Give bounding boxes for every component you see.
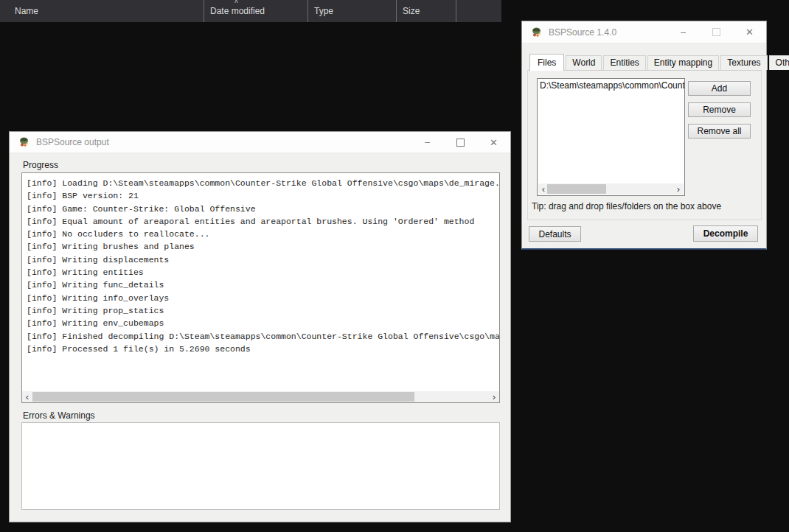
scroll-right-icon[interactable]: › <box>673 183 684 195</box>
output-window: BSPSource output – ✕ Progress [info] Loa… <box>9 131 511 522</box>
close-icon[interactable]: ✕ <box>733 21 766 43</box>
close-icon[interactable]: ✕ <box>477 132 510 153</box>
bspsource-app-icon <box>18 136 30 148</box>
explorer-column-header-cell[interactable]: Date modified <box>204 0 308 22</box>
decompile-button[interactable]: Decompile <box>693 225 758 242</box>
log-line: [info] Processed 1 file(s) in 5.2690 sec… <box>27 343 495 355</box>
explorer-column-header: NameDate modifiedTypeSize <box>0 0 501 22</box>
progress-label: Progress <box>23 160 58 170</box>
log-line: [info] Writing env_cubemaps <box>27 317 495 329</box>
scrollbar-thumb[interactable] <box>547 184 606 194</box>
file-list-item[interactable]: D:\Steam\steamapps\common\Counter-S <box>538 79 684 92</box>
drag-drop-tip-text: Tip: drag and drop files/folders on the … <box>532 201 721 211</box>
bspsource-app-icon <box>531 27 543 38</box>
remove-button[interactable]: Remove <box>688 102 751 117</box>
maximize-icon[interactable] <box>444 132 477 153</box>
errors-warnings-area[interactable] <box>21 422 500 510</box>
log-line: [info] Writing prop_statics <box>27 304 495 317</box>
file-list-box[interactable]: D:\Steam\steamapps\common\Counter-S ‹ › <box>537 78 685 196</box>
log-line: [info] Writing info_overlays <box>27 292 495 304</box>
maximize-icon-disabled <box>700 21 733 43</box>
filelist-horizontal-scrollbar[interactable]: ‹ › <box>538 183 684 195</box>
log-line: [info] Writing func_details <box>27 279 495 291</box>
desktop: NameDate modifiedTypeSize ^ BSPSource ou… <box>0 0 789 532</box>
main-window-titlebar[interactable]: BSPSource 1.4.0 – ✕ <box>522 21 766 43</box>
log-line: [info] Equal amount of areaporal entitie… <box>27 215 495 228</box>
log-line: [info] Finished decompiling D:\Steam\ste… <box>27 330 495 343</box>
errors-warnings-label: Errors & Warnings <box>23 410 95 421</box>
scroll-right-icon[interactable]: › <box>489 391 499 402</box>
log-line: [info] Game: Counter-Strike: Global Offe… <box>27 203 495 215</box>
explorer-column-header-cell[interactable]: Type <box>308 0 397 22</box>
sort-ascending-icon[interactable]: ^ <box>234 0 238 7</box>
progress-log-lines: [info] Loading D:\Steam\steamapps\common… <box>22 173 499 359</box>
output-window-titlebar[interactable]: BSPSource output – ✕ <box>10 132 510 153</box>
log-line: [info] BSP version: 21 <box>27 189 495 202</box>
explorer-column-header-cell[interactable]: Name <box>0 0 204 22</box>
log-line: [info] Writing entities <box>27 266 495 279</box>
tab[interactable]: Textures <box>720 55 767 70</box>
scrollbar-thumb[interactable] <box>32 392 414 402</box>
add-button[interactable]: Add <box>688 81 751 96</box>
main-window: BSPSource 1.4.0 – ✕ FilesWorldEntitiesEn… <box>521 21 767 250</box>
scroll-left-icon[interactable]: ‹ <box>22 391 32 402</box>
tab[interactable]: Files <box>529 54 564 71</box>
log-line: [info] Writing brushes and planes <box>27 240 495 253</box>
tab[interactable]: Other <box>769 55 789 70</box>
log-horizontal-scrollbar[interactable]: ‹ › <box>22 391 499 402</box>
maximize-box-glyph <box>456 139 465 147</box>
tab[interactable]: Entities <box>603 55 645 70</box>
output-window-title: BSPSource output <box>36 137 109 147</box>
defaults-button[interactable]: Defaults <box>529 226 581 242</box>
maximize-box-glyph <box>712 28 720 36</box>
explorer-column-header-cell[interactable]: Size <box>397 0 456 22</box>
file-list-items: D:\Steam\steamapps\common\Counter-S <box>538 79 684 92</box>
tab[interactable]: Entity mapping <box>647 55 719 70</box>
minimize-icon[interactable]: – <box>667 21 700 43</box>
main-window-title: BSPSource 1.4.0 <box>549 27 616 38</box>
minimize-icon[interactable]: – <box>411 132 444 153</box>
log-line: [info] Loading D:\Steam\steamapps\common… <box>27 177 495 189</box>
progress-log-area[interactable]: [info] Loading D:\Steam\steamapps\common… <box>21 172 500 403</box>
tab[interactable]: World <box>566 55 602 70</box>
log-line: [info] No occluders to reallocate... <box>27 228 495 240</box>
tab-bar: FilesWorldEntitiesEntity mappingTextures… <box>527 54 761 71</box>
remove-all-button[interactable]: Remove all <box>688 124 751 139</box>
log-line: [info] Writing displacements <box>27 253 495 266</box>
